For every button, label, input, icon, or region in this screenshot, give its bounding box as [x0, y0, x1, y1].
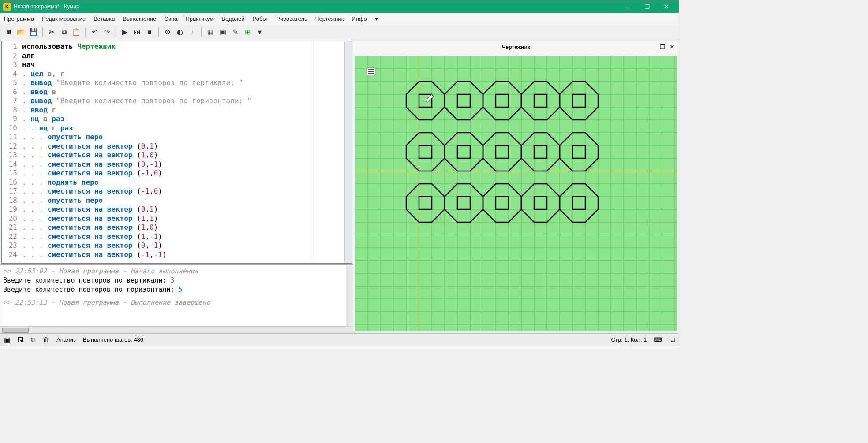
output-console: >> 22:53:02 - Новая программа - Начало в… [0, 264, 353, 326]
menu-item[interactable]: Практикум [185, 15, 213, 22]
menu-item[interactable]: ▾ [375, 15, 378, 22]
grid-icon-2[interactable]: ▣ [218, 27, 228, 37]
svg-marker-70 [521, 133, 560, 171]
titlebar: K Новая программа* - Кумир ― ☐ ✕ [0, 0, 679, 13]
panel-restore-icon[interactable]: ❐ [658, 43, 666, 51]
svg-marker-59 [534, 94, 547, 107]
menu-item[interactable]: Инфо [352, 15, 367, 22]
svg-marker-77 [496, 197, 509, 209]
status-lang: lat [669, 336, 675, 343]
menu-item[interactable]: Вставка [94, 15, 115, 22]
tool-icon-3[interactable]: ♪ [187, 27, 197, 37]
svg-marker-75 [457, 197, 470, 209]
menu-item[interactable]: Чертежник [315, 15, 344, 22]
open-file-icon[interactable]: 📂 [16, 27, 26, 37]
svg-marker-73 [419, 197, 432, 209]
status-icon-3[interactable]: ⧉ [31, 336, 36, 344]
svg-marker-63 [419, 145, 432, 158]
status-cursor-pos: Стр: 1, Кол: 1 [611, 336, 647, 343]
app-window: K Новая программа* - Кумир ― ☐ ✕ Програм… [0, 0, 679, 346]
status-icon-4[interactable]: 🗑 [43, 336, 49, 343]
menu-item[interactable]: Выполнение [123, 15, 156, 22]
status-analysis: Анализ [56, 336, 76, 343]
status-steps: Выполнено шагов: 486 [83, 336, 143, 343]
minimize-button[interactable]: ― [618, 0, 637, 13]
tool-icon-1[interactable]: ⚙ [163, 27, 172, 37]
statusbar: ▣ 🖫 ⧉ 🗑 Анализ Выполнено шагов: 486 Стр:… [0, 333, 679, 346]
undo-icon[interactable]: ↶ [90, 27, 99, 37]
copy-icon[interactable]: ⧉ [59, 27, 69, 37]
window-icon[interactable]: ⊞ [243, 27, 252, 37]
panel-close-icon[interactable]: ✕ [668, 43, 676, 51]
stop-icon[interactable]: ■ [145, 27, 154, 37]
editor-margin [314, 41, 344, 263]
save-file-icon[interactable]: 💾 [29, 27, 38, 37]
svg-marker-65 [457, 145, 470, 158]
svg-marker-61 [572, 94, 585, 107]
svg-marker-71 [572, 145, 585, 158]
menu-item[interactable]: Робот [253, 15, 269, 22]
toolbar: 🗎 📂 💾 ✂ ⧉ 📋 ↶ ↷ ▶ ⏭ ■ ⚙ ◐ ♪ ▦ ▣ ✎ ⊞ ▾ [0, 24, 679, 40]
step-icon[interactable]: ⏭ [132, 27, 142, 37]
svg-marker-58 [483, 82, 521, 120]
close-button[interactable]: ✕ [657, 0, 676, 13]
grid-icon-1[interactable]: ▦ [206, 27, 215, 37]
svg-marker-82 [560, 184, 598, 222]
code-editor[interactable]: 123456789101112131415161718192021222324 … [1, 41, 352, 264]
console-text[interactable]: >> 22:53:02 - Новая программа - Начало в… [0, 265, 346, 326]
new-file-icon[interactable]: 🗎 [4, 27, 14, 37]
svg-marker-78 [483, 184, 521, 222]
svg-marker-62 [560, 82, 598, 120]
line-gutter: 123456789101112131415161718192021222324 [2, 41, 20, 263]
panel-title: Чертежник [502, 44, 530, 50]
svg-marker-60 [521, 82, 560, 120]
svg-marker-80 [521, 184, 560, 222]
svg-marker-64 [406, 133, 445, 171]
status-icon-1[interactable]: ▣ [4, 336, 10, 344]
brush-icon[interactable]: ✎ [230, 27, 240, 37]
menu-item[interactable]: Окна [164, 15, 177, 22]
horizontal-scrollbar[interactable] [0, 326, 353, 333]
console-scrollbar[interactable] [346, 265, 353, 326]
svg-marker-66 [445, 133, 483, 171]
code-area[interactable]: использовать Чертежникалгнач. цел в, г. … [20, 41, 314, 263]
cut-icon[interactable]: ✂ [47, 27, 56, 37]
svg-marker-55 [457, 94, 470, 107]
panel-titlebar: Чертежник ❐ ✕ [353, 40, 679, 54]
redo-icon[interactable]: ↷ [102, 27, 112, 37]
drawing-canvas[interactable] [355, 56, 677, 331]
svg-marker-81 [572, 197, 585, 209]
menu-item[interactable]: Рисователь [276, 15, 307, 22]
app-icon: K [3, 3, 11, 11]
svg-marker-67 [496, 145, 509, 158]
svg-marker-72 [560, 133, 598, 171]
svg-marker-69 [534, 145, 547, 158]
svg-marker-56 [445, 82, 483, 120]
window-title: Новая программа* - Кумир [14, 4, 618, 10]
menubar: ПрограммаРедактированиеВставкаВыполнение… [0, 13, 679, 24]
run-icon[interactable]: ▶ [120, 27, 130, 37]
svg-marker-57 [496, 94, 509, 107]
tool-icon-2[interactable]: ◐ [175, 27, 185, 37]
canvas-menu-icon[interactable] [367, 67, 375, 75]
svg-marker-79 [534, 197, 547, 209]
menu-item[interactable]: Редактирование [42, 15, 86, 22]
menu-item[interactable]: Программа [4, 15, 34, 22]
more-icon[interactable]: ▾ [255, 27, 265, 37]
svg-marker-68 [483, 133, 521, 171]
paste-icon[interactable]: 📋 [71, 27, 81, 37]
svg-marker-74 [406, 184, 445, 222]
status-kb-icon[interactable]: ⌨ [654, 336, 662, 343]
status-icon-2[interactable]: 🖫 [17, 336, 24, 343]
menu-item[interactable]: Водолей [221, 15, 244, 22]
maximize-button[interactable]: ☐ [637, 0, 657, 13]
vertical-scrollbar[interactable] [344, 41, 352, 263]
svg-marker-76 [445, 184, 483, 222]
